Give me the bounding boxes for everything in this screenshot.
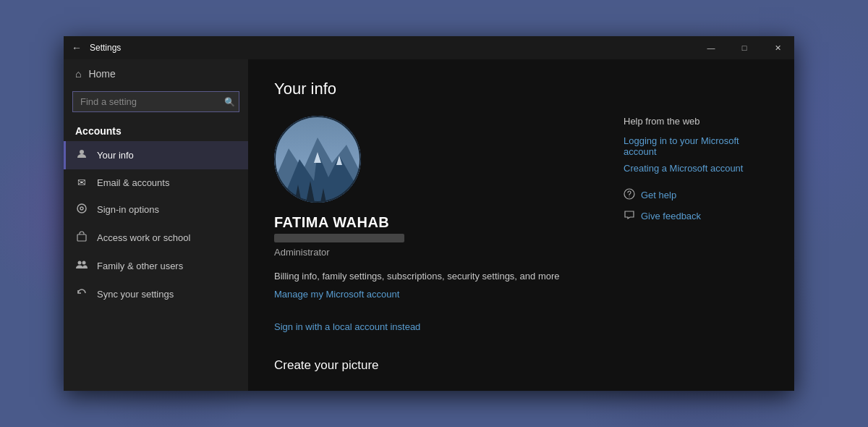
svg-point-18 — [629, 196, 629, 197]
sidebar-item-sync[interactable]: Sync your settings — [64, 280, 248, 308]
titlebar-left: ← Settings — [64, 42, 121, 54]
home-icon: ⌂ — [75, 68, 81, 80]
svg-point-1 — [77, 204, 86, 213]
get-help-icon — [624, 188, 635, 202]
page-title: Your info — [274, 80, 768, 98]
svg-point-5 — [82, 261, 86, 265]
give-feedback-icon — [624, 209, 635, 223]
give-feedback-label: Give feedback — [641, 211, 701, 221]
search-icon: 🔍 — [224, 97, 235, 107]
sidebar-item-label-email: Email & accounts — [97, 177, 169, 188]
sidebar-item-label-signin: Sign-in options — [97, 204, 159, 215]
help-link-0[interactable]: Logging in to your Microsoft account — [624, 135, 768, 157]
user-name: FATIMA WAHAB — [274, 214, 595, 231]
window-title: Settings — [90, 43, 121, 53]
sidebar-item-family[interactable]: Family & other users — [64, 252, 248, 280]
maximize-button[interactable]: □ — [728, 36, 761, 59]
search-input[interactable] — [72, 91, 239, 112]
give-feedback-button[interactable]: Give feedback — [624, 209, 768, 223]
get-help-button[interactable]: Get help — [624, 188, 768, 202]
sidebar-section-title: Accounts — [64, 118, 248, 141]
titlebar-controls: — □ ✕ — [694, 36, 794, 59]
sidebar-item-label-work: Access work or school — [97, 232, 190, 243]
svg-point-4 — [78, 261, 82, 265]
help-title: Help from the web — [624, 116, 768, 127]
get-help-label: Get help — [641, 190, 676, 200]
content-area: Your info — [248, 59, 794, 391]
sidebar-item-label-your-info: Your info — [97, 150, 134, 161]
close-button[interactable]: ✕ — [761, 36, 794, 59]
family-icon — [75, 259, 88, 273]
email-icon: ✉ — [75, 177, 88, 188]
svg-point-2 — [80, 207, 83, 210]
help-actions: Get help Give feedback — [624, 188, 768, 223]
content-body: FATIMA WAHAB Administrator Billing info,… — [274, 116, 768, 373]
manage-account-link[interactable]: Manage my Microsoft account — [274, 289, 595, 300]
sign-in-local-link[interactable]: Sign in with a local account instead — [274, 321, 595, 332]
billing-info-text: Billing info, family settings, subscript… — [274, 271, 595, 282]
work-icon — [75, 231, 88, 245]
svg-rect-3 — [77, 234, 86, 241]
your-info-icon — [75, 148, 88, 162]
sidebar-home[interactable]: ⌂ Home — [64, 59, 248, 88]
home-label: Home — [88, 68, 115, 80]
create-picture-title: Create your picture — [274, 358, 595, 373]
settings-window: ← Settings — □ ✕ ⌂ Home 🔍 Accounts — [64, 36, 794, 391]
sidebar-item-sign-in[interactable]: Sign-in options — [64, 195, 248, 224]
sidebar-item-label-sync: Sync your settings — [97, 289, 174, 300]
sidebar-item-your-info[interactable]: Your info — [64, 141, 248, 169]
search-box: 🔍 — [72, 91, 239, 112]
sidebar: ⌂ Home 🔍 Accounts Your info ✉ Em — [64, 59, 248, 391]
minimize-button[interactable]: — — [694, 36, 728, 59]
user-email-blurred — [274, 234, 404, 242]
help-link-1[interactable]: Creating a Microsoft account — [624, 163, 768, 174]
back-button[interactable]: ← — [69, 42, 84, 54]
user-role: Administrator — [274, 247, 595, 258]
sign-in-icon — [75, 203, 88, 216]
titlebar: ← Settings — □ ✕ — [64, 36, 794, 59]
sync-icon — [75, 287, 88, 301]
profile-section: FATIMA WAHAB Administrator Billing info,… — [274, 116, 595, 373]
help-panel: Help from the web Logging in to your Mic… — [624, 116, 768, 373]
sidebar-item-label-family: Family & other users — [97, 261, 183, 271]
svg-point-0 — [80, 150, 84, 154]
sidebar-item-email-accounts[interactable]: ✉ Email & accounts — [64, 169, 248, 195]
sidebar-item-work-school[interactable]: Access work or school — [64, 224, 248, 252]
main-area: ⌂ Home 🔍 Accounts Your info ✉ Em — [64, 59, 794, 391]
avatar — [274, 116, 361, 203]
